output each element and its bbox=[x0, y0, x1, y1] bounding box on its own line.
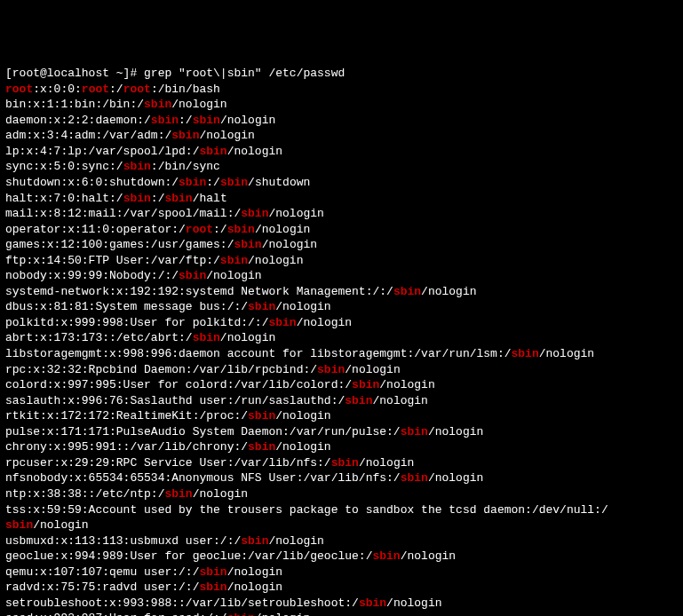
output-line: halt:x:7:0:halt:/sbin:/sbin/halt bbox=[5, 191, 678, 207]
output-line: lp:x:4:7:lp:/var/spool/lpd:/sbin/nologin bbox=[5, 144, 678, 160]
grep-match: sbin bbox=[199, 565, 226, 579]
output-line: systemd-network:x:192:192:systemd Networ… bbox=[5, 284, 678, 300]
output-line: root:x:0:0:root:/root:/bin/bash bbox=[5, 82, 678, 98]
grep-match: sbin bbox=[164, 487, 192, 501]
output-line: setroubleshoot:x:993:988::/var/lib/setro… bbox=[5, 596, 678, 612]
grep-match: sbin bbox=[248, 409, 275, 423]
grep-match: root bbox=[82, 83, 109, 96]
output-line: ntp:x:38:38::/etc/ntp:/sbin/nologin bbox=[5, 486, 678, 502]
grep-match: sbin bbox=[359, 596, 386, 610]
grep-match: sbin bbox=[193, 331, 220, 344]
grep-match: sbin bbox=[241, 207, 268, 220]
grep-match: sbin bbox=[199, 145, 226, 158]
output-line: rtkit:x:172:172:RealtimeKit:/proc:/sbin/… bbox=[5, 408, 678, 424]
grep-match: sbin bbox=[5, 518, 33, 532]
output-line: rpc:x:32:32:Rpcbind Daemon:/var/lib/rpcb… bbox=[5, 362, 678, 378]
output-line: sssd:x:992:987:User for sssd:/:/sbin/nol… bbox=[5, 611, 678, 616]
grep-match: sbin bbox=[179, 176, 206, 189]
output-line: polkitd:x:999:998:User for polkitd:/:/sb… bbox=[5, 315, 678, 331]
output-line: daemon:x:2:2:daemon:/sbin:/sbin/nologin bbox=[5, 113, 678, 129]
grep-match: sbin bbox=[123, 160, 151, 173]
output-line: dbus:x:81:81:System message bus:/:/sbin/… bbox=[5, 299, 678, 315]
grep-match: sbin bbox=[171, 129, 199, 142]
grep-match: root bbox=[123, 83, 151, 96]
output-line: rpcuser:x:29:29:RPC Service User:/var/li… bbox=[5, 455, 678, 471]
grep-match: sbin bbox=[345, 394, 372, 407]
grep-match: sbin bbox=[151, 114, 179, 127]
grep-match: sbin bbox=[512, 347, 539, 360]
output-line: geoclue:x:994:989:User for geoclue:/var/… bbox=[5, 549, 678, 565]
output-line: shutdown:x:6:0:shutdown:/sbin:/sbin/shut… bbox=[5, 175, 678, 191]
output-line: chrony:x:995:991::/var/lib/chrony:/sbin/… bbox=[5, 439, 678, 455]
grep-match: sbin bbox=[164, 192, 192, 205]
grep-match: sbin bbox=[372, 549, 400, 563]
command-text: grep "root\|sbin" /etc/passwd bbox=[144, 67, 345, 80]
grep-match: sbin bbox=[220, 254, 248, 267]
grep-match: sbin bbox=[144, 98, 171, 111]
terminal-output[interactable]: [root@localhost ~]# grep "root\|sbin" /e… bbox=[5, 66, 678, 616]
output-line: bin:x:1:1:bin:/bin:/sbin/nologin bbox=[5, 97, 678, 113]
grep-match: sbin bbox=[234, 238, 261, 251]
prompt-line: [root@localhost ~]# grep "root\|sbin" /e… bbox=[5, 66, 678, 82]
grep-match: sbin bbox=[331, 456, 359, 470]
grep-match: sbin bbox=[352, 378, 379, 391]
output-line: qemu:x:107:107:qemu user:/:/sbin/nologin bbox=[5, 565, 678, 580]
output-line: saslauth:x:996:76:Saslauthd user:/run/sa… bbox=[5, 393, 678, 409]
output-line: sync:x:5:0:sync:/sbin:/bin/sync bbox=[5, 159, 678, 175]
grep-match: sbin bbox=[123, 192, 151, 205]
output-line: nobody:x:99:99:Nobody:/:/sbin/nologin bbox=[5, 268, 678, 284]
output-line: games:x:12:100:games:/usr/games:/sbin/no… bbox=[5, 237, 678, 253]
output-line: adm:x:3:4:adm:/var/adm:/sbin/nologin bbox=[5, 128, 678, 144]
grep-match: sbin bbox=[393, 285, 421, 298]
grep-match: sbin bbox=[401, 425, 428, 438]
output-line: usbmuxd:x:113:113:usbmuxd user:/:/sbin/n… bbox=[5, 533, 678, 549]
output-line: ftp:x:14:50:FTP User:/var/ftp:/sbin/nolo… bbox=[5, 253, 678, 269]
output-line: sbin/nologin bbox=[5, 517, 678, 533]
shell-prompt: [root@localhost ~]# bbox=[5, 67, 144, 80]
grep-match: sbin bbox=[241, 534, 268, 548]
grep-match: sbin bbox=[193, 114, 220, 127]
output-line: radvd:x:75:75:radvd user:/:/sbin/nologin bbox=[5, 580, 678, 596]
output-line: libstoragemgmt:x:998:996:daemon account … bbox=[5, 346, 678, 362]
grep-match: sbin bbox=[268, 316, 296, 329]
output-line: abrt:x:173:173::/etc/abrt:/sbin/nologin bbox=[5, 330, 678, 346]
grep-match: sbin bbox=[401, 471, 428, 485]
output-line: tss:x:59:59:Account used by the trousers… bbox=[5, 502, 678, 518]
grep-match: sbin bbox=[179, 269, 206, 282]
grep-match: sbin bbox=[248, 440, 275, 454]
grep-match: sbin bbox=[227, 612, 255, 616]
grep-match: root bbox=[186, 223, 213, 236]
output-line: operator:x:11:0:operator:/root:/sbin/nol… bbox=[5, 222, 678, 238]
output-line: pulse:x:171:171:PulseAudio System Daemon… bbox=[5, 424, 678, 440]
grep-match: root bbox=[5, 83, 33, 96]
grep-match: sbin bbox=[248, 300, 275, 313]
grep-match: sbin bbox=[220, 176, 248, 189]
output-line: colord:x:997:995:User for colord:/var/li… bbox=[5, 377, 678, 393]
output-line: nfsnobody:x:65534:65534:Anonymous NFS Us… bbox=[5, 470, 678, 486]
grep-match: sbin bbox=[199, 580, 226, 594]
output-line: mail:x:8:12:mail:/var/spool/mail:/sbin/n… bbox=[5, 206, 678, 222]
grep-match: sbin bbox=[317, 363, 345, 376]
grep-match: sbin bbox=[227, 223, 255, 236]
